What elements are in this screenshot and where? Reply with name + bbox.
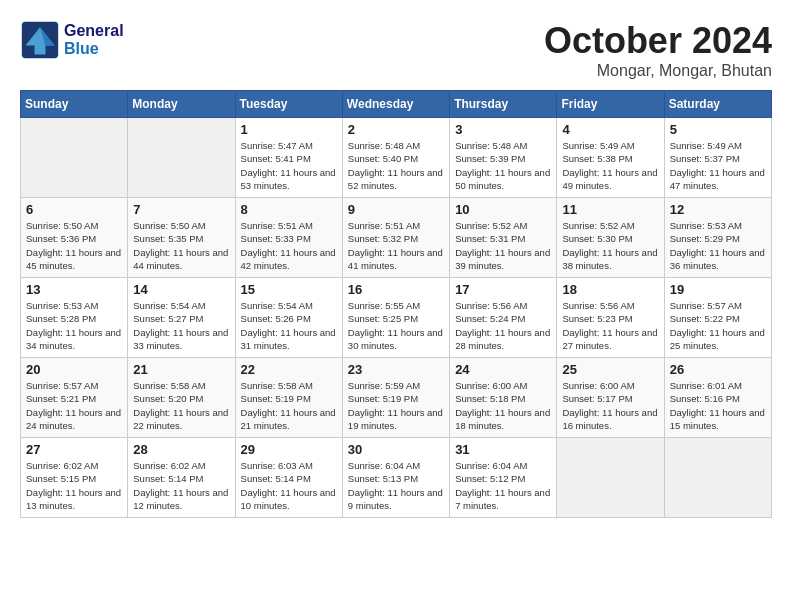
calendar-cell: 18Sunrise: 5:56 AM Sunset: 5:23 PM Dayli…	[557, 278, 664, 358]
calendar-cell: 10Sunrise: 5:52 AM Sunset: 5:31 PM Dayli…	[450, 198, 557, 278]
calendar-cell: 21Sunrise: 5:58 AM Sunset: 5:20 PM Dayli…	[128, 358, 235, 438]
location-subtitle: Mongar, Mongar, Bhutan	[544, 62, 772, 80]
cell-info: Sunrise: 5:53 AM Sunset: 5:29 PM Dayligh…	[670, 219, 766, 272]
calendar-cell: 30Sunrise: 6:04 AM Sunset: 5:13 PM Dayli…	[342, 438, 449, 518]
day-number: 11	[562, 202, 658, 217]
calendar-cell: 28Sunrise: 6:02 AM Sunset: 5:14 PM Dayli…	[128, 438, 235, 518]
day-number: 28	[133, 442, 229, 457]
cell-info: Sunrise: 6:04 AM Sunset: 5:13 PM Dayligh…	[348, 459, 444, 512]
day-number: 1	[241, 122, 337, 137]
header-day-sunday: Sunday	[21, 91, 128, 118]
header-day-friday: Friday	[557, 91, 664, 118]
calendar-cell: 7Sunrise: 5:50 AM Sunset: 5:35 PM Daylig…	[128, 198, 235, 278]
day-number: 10	[455, 202, 551, 217]
cell-info: Sunrise: 5:52 AM Sunset: 5:30 PM Dayligh…	[562, 219, 658, 272]
logo-blue: Blue	[64, 40, 124, 58]
day-number: 29	[241, 442, 337, 457]
calendar-cell: 12Sunrise: 5:53 AM Sunset: 5:29 PM Dayli…	[664, 198, 771, 278]
logo-general: General	[64, 22, 124, 40]
cell-info: Sunrise: 5:50 AM Sunset: 5:36 PM Dayligh…	[26, 219, 122, 272]
cell-info: Sunrise: 5:57 AM Sunset: 5:22 PM Dayligh…	[670, 299, 766, 352]
calendar-week-3: 13Sunrise: 5:53 AM Sunset: 5:28 PM Dayli…	[21, 278, 772, 358]
cell-info: Sunrise: 5:54 AM Sunset: 5:27 PM Dayligh…	[133, 299, 229, 352]
calendar-cell: 2Sunrise: 5:48 AM Sunset: 5:40 PM Daylig…	[342, 118, 449, 198]
calendar-cell: 8Sunrise: 5:51 AM Sunset: 5:33 PM Daylig…	[235, 198, 342, 278]
calendar-header-row: SundayMondayTuesdayWednesdayThursdayFrid…	[21, 91, 772, 118]
header-day-tuesday: Tuesday	[235, 91, 342, 118]
calendar-cell: 11Sunrise: 5:52 AM Sunset: 5:30 PM Dayli…	[557, 198, 664, 278]
cell-info: Sunrise: 5:59 AM Sunset: 5:19 PM Dayligh…	[348, 379, 444, 432]
day-number: 7	[133, 202, 229, 217]
calendar-cell: 9Sunrise: 5:51 AM Sunset: 5:32 PM Daylig…	[342, 198, 449, 278]
calendar-cell: 13Sunrise: 5:53 AM Sunset: 5:28 PM Dayli…	[21, 278, 128, 358]
calendar-week-4: 20Sunrise: 5:57 AM Sunset: 5:21 PM Dayli…	[21, 358, 772, 438]
day-number: 3	[455, 122, 551, 137]
day-number: 2	[348, 122, 444, 137]
day-number: 25	[562, 362, 658, 377]
day-number: 5	[670, 122, 766, 137]
cell-info: Sunrise: 5:48 AM Sunset: 5:39 PM Dayligh…	[455, 139, 551, 192]
day-number: 14	[133, 282, 229, 297]
cell-info: Sunrise: 5:52 AM Sunset: 5:31 PM Dayligh…	[455, 219, 551, 272]
calendar-cell: 16Sunrise: 5:55 AM Sunset: 5:25 PM Dayli…	[342, 278, 449, 358]
cell-info: Sunrise: 6:00 AM Sunset: 5:17 PM Dayligh…	[562, 379, 658, 432]
day-number: 20	[26, 362, 122, 377]
calendar-week-2: 6Sunrise: 5:50 AM Sunset: 5:36 PM Daylig…	[21, 198, 772, 278]
day-number: 22	[241, 362, 337, 377]
header-day-wednesday: Wednesday	[342, 91, 449, 118]
day-number: 17	[455, 282, 551, 297]
calendar-cell: 29Sunrise: 6:03 AM Sunset: 5:14 PM Dayli…	[235, 438, 342, 518]
calendar-cell: 27Sunrise: 6:02 AM Sunset: 5:15 PM Dayli…	[21, 438, 128, 518]
month-title: October 2024	[544, 20, 772, 62]
calendar-cell: 6Sunrise: 5:50 AM Sunset: 5:36 PM Daylig…	[21, 198, 128, 278]
calendar-cell: 4Sunrise: 5:49 AM Sunset: 5:38 PM Daylig…	[557, 118, 664, 198]
calendar-week-1: 1Sunrise: 5:47 AM Sunset: 5:41 PM Daylig…	[21, 118, 772, 198]
calendar-cell: 24Sunrise: 6:00 AM Sunset: 5:18 PM Dayli…	[450, 358, 557, 438]
day-number: 24	[455, 362, 551, 377]
cell-info: Sunrise: 5:56 AM Sunset: 5:23 PM Dayligh…	[562, 299, 658, 352]
logo: General Blue	[20, 20, 124, 60]
calendar-cell: 14Sunrise: 5:54 AM Sunset: 5:27 PM Dayli…	[128, 278, 235, 358]
cell-info: Sunrise: 5:57 AM Sunset: 5:21 PM Dayligh…	[26, 379, 122, 432]
day-number: 19	[670, 282, 766, 297]
calendar-cell	[557, 438, 664, 518]
calendar-table: SundayMondayTuesdayWednesdayThursdayFrid…	[20, 90, 772, 518]
calendar-cell: 22Sunrise: 5:58 AM Sunset: 5:19 PM Dayli…	[235, 358, 342, 438]
day-number: 30	[348, 442, 444, 457]
cell-info: Sunrise: 5:48 AM Sunset: 5:40 PM Dayligh…	[348, 139, 444, 192]
calendar-cell: 26Sunrise: 6:01 AM Sunset: 5:16 PM Dayli…	[664, 358, 771, 438]
day-number: 27	[26, 442, 122, 457]
day-number: 9	[348, 202, 444, 217]
cell-info: Sunrise: 6:04 AM Sunset: 5:12 PM Dayligh…	[455, 459, 551, 512]
cell-info: Sunrise: 5:47 AM Sunset: 5:41 PM Dayligh…	[241, 139, 337, 192]
logo-text: General Blue	[64, 22, 124, 58]
calendar-cell: 5Sunrise: 5:49 AM Sunset: 5:37 PM Daylig…	[664, 118, 771, 198]
day-number: 15	[241, 282, 337, 297]
calendar-cell: 19Sunrise: 5:57 AM Sunset: 5:22 PM Dayli…	[664, 278, 771, 358]
header-day-monday: Monday	[128, 91, 235, 118]
cell-info: Sunrise: 5:51 AM Sunset: 5:33 PM Dayligh…	[241, 219, 337, 272]
calendar-cell: 17Sunrise: 5:56 AM Sunset: 5:24 PM Dayli…	[450, 278, 557, 358]
day-number: 16	[348, 282, 444, 297]
calendar-cell: 3Sunrise: 5:48 AM Sunset: 5:39 PM Daylig…	[450, 118, 557, 198]
page-header: General Blue October 2024 Mongar, Mongar…	[20, 20, 772, 80]
calendar-cell: 23Sunrise: 5:59 AM Sunset: 5:19 PM Dayli…	[342, 358, 449, 438]
day-number: 8	[241, 202, 337, 217]
cell-info: Sunrise: 5:58 AM Sunset: 5:20 PM Dayligh…	[133, 379, 229, 432]
cell-info: Sunrise: 6:02 AM Sunset: 5:14 PM Dayligh…	[133, 459, 229, 512]
day-number: 21	[133, 362, 229, 377]
calendar-cell: 31Sunrise: 6:04 AM Sunset: 5:12 PM Dayli…	[450, 438, 557, 518]
day-number: 18	[562, 282, 658, 297]
header-day-thursday: Thursday	[450, 91, 557, 118]
cell-info: Sunrise: 5:53 AM Sunset: 5:28 PM Dayligh…	[26, 299, 122, 352]
calendar-cell: 15Sunrise: 5:54 AM Sunset: 5:26 PM Dayli…	[235, 278, 342, 358]
cell-info: Sunrise: 5:50 AM Sunset: 5:35 PM Dayligh…	[133, 219, 229, 272]
day-number: 26	[670, 362, 766, 377]
calendar-cell: 25Sunrise: 6:00 AM Sunset: 5:17 PM Dayli…	[557, 358, 664, 438]
cell-info: Sunrise: 5:49 AM Sunset: 5:37 PM Dayligh…	[670, 139, 766, 192]
cell-info: Sunrise: 5:49 AM Sunset: 5:38 PM Dayligh…	[562, 139, 658, 192]
day-number: 31	[455, 442, 551, 457]
calendar-cell	[664, 438, 771, 518]
calendar-cell: 20Sunrise: 5:57 AM Sunset: 5:21 PM Dayli…	[21, 358, 128, 438]
cell-info: Sunrise: 6:03 AM Sunset: 5:14 PM Dayligh…	[241, 459, 337, 512]
